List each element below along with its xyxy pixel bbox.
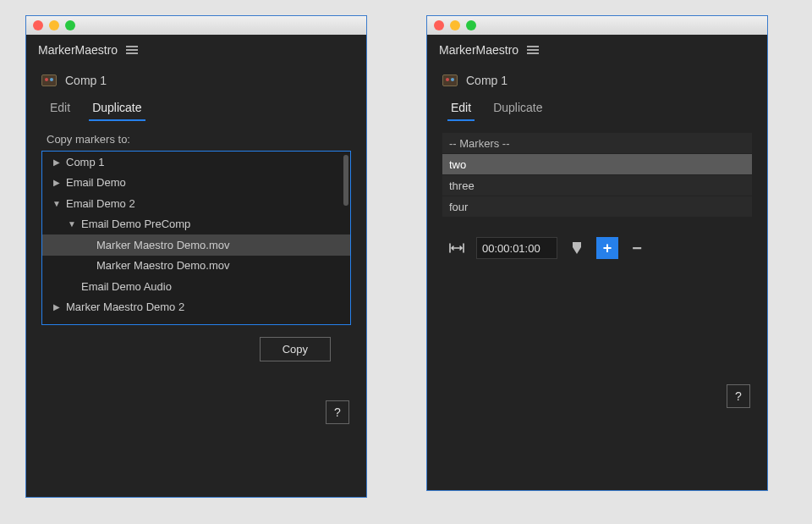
panel-header: MarkerMaestro (26, 35, 366, 65)
tree-row[interactable]: Marker Maestro Demo.mov (42, 234, 350, 256)
add-button[interactable]: + (596, 237, 618, 259)
panel-body: Comp 1 Edit Duplicate -- Markers -- twot… (427, 65, 767, 490)
titlebar (427, 16, 767, 35)
marker-row[interactable]: three (442, 175, 752, 196)
panel-body: Comp 1 Edit Duplicate Copy markers to: ▶… (26, 65, 366, 497)
tree-label: Marker Maestro Demo.mov (96, 259, 229, 272)
composition-icon (442, 74, 458, 86)
tree-spacer (81, 260, 93, 272)
section-label: Copy markers to: (47, 133, 351, 146)
tree-spacer (81, 239, 93, 251)
tree-row[interactable]: ▼Email Demo PreComp (42, 214, 350, 235)
composition-icon (41, 74, 57, 86)
tree-label: Email Demo (66, 176, 126, 189)
tree-row[interactable]: Marker Maestro Demo.mov (42, 256, 350, 277)
minimize-icon[interactable] (49, 20, 59, 30)
tree-spacer (66, 280, 78, 292)
chevron-down-icon[interactable]: ▼ (66, 218, 78, 230)
tree-label: Email Demo Audio (81, 280, 172, 293)
close-icon[interactable] (33, 20, 43, 30)
help-button[interactable]: ? (326, 400, 349, 424)
marker-list: -- Markers -- twothreefour (442, 133, 752, 217)
tabs: Edit Duplicate (447, 99, 752, 121)
chevron-right-icon[interactable]: ▶ (51, 156, 63, 168)
minimize-icon[interactable] (450, 20, 460, 30)
panel-title: MarkerMaestro (38, 43, 118, 57)
marker-icon[interactable] (566, 237, 588, 259)
titlebar (26, 16, 366, 35)
tree-label: Email Demo 2 (66, 197, 135, 210)
zoom-icon[interactable] (65, 20, 75, 30)
panel-title: MarkerMaestro (439, 43, 518, 57)
tree-label: Marker Maestro Demo.mov (96, 239, 229, 251)
comp-row: Comp 1 (442, 74, 752, 87)
tree-row[interactable]: ▶Comp 1 (42, 152, 350, 173)
fit-width-icon[interactable] (446, 237, 468, 259)
tabs: Edit Duplicate (47, 99, 351, 121)
tree-label: Comp 1 (66, 156, 105, 168)
menu-icon[interactable] (527, 46, 539, 54)
tree-label: Marker Maestro Demo 2 (66, 301, 184, 313)
timecode-input[interactable] (476, 237, 557, 259)
tree-row[interactable]: Email Demo Audio (42, 276, 350, 297)
comp-row: Comp 1 (41, 74, 351, 87)
window-duplicate: MarkerMaestro Comp 1 Edit Duplicate Copy… (25, 15, 367, 498)
tree-label: Email Demo PreComp (81, 218, 190, 230)
comp-name: Comp 1 (65, 74, 107, 87)
tree-row[interactable]: ▶Email Demo (42, 173, 350, 194)
chevron-right-icon[interactable]: ▶ (51, 301, 63, 313)
marker-row[interactable]: four (442, 196, 752, 217)
target-tree: ▶Comp 1▶Email Demo▼Email Demo 2▼Email De… (41, 151, 351, 325)
zoom-icon[interactable] (466, 20, 476, 30)
comp-name: Comp 1 (466, 74, 508, 87)
chevron-down-icon[interactable]: ▼ (51, 197, 63, 209)
tab-edit[interactable]: Edit (447, 99, 475, 121)
tab-duplicate[interactable]: Duplicate (490, 99, 546, 121)
tree-row[interactable]: ▼Email Demo 2 (42, 193, 350, 214)
window-edit: MarkerMaestro Comp 1 Edit Duplicate -- M… (426, 15, 768, 491)
panel-header: MarkerMaestro (427, 35, 767, 65)
menu-icon[interactable] (126, 46, 138, 54)
marker-list-header: -- Markers -- (442, 133, 752, 153)
controls: + − (446, 237, 752, 259)
tab-edit[interactable]: Edit (47, 99, 74, 121)
copy-button[interactable]: Copy (260, 337, 331, 361)
remove-button[interactable]: − (627, 238, 647, 258)
tree-row[interactable]: ▶Marker Maestro Demo 2 (42, 297, 350, 318)
chevron-right-icon[interactable]: ▶ (51, 177, 63, 189)
scrollbar[interactable] (343, 155, 348, 206)
close-icon[interactable] (434, 20, 444, 30)
help-button[interactable]: ? (727, 384, 750, 408)
marker-row[interactable]: two (442, 154, 752, 174)
tab-duplicate[interactable]: Duplicate (89, 99, 145, 121)
